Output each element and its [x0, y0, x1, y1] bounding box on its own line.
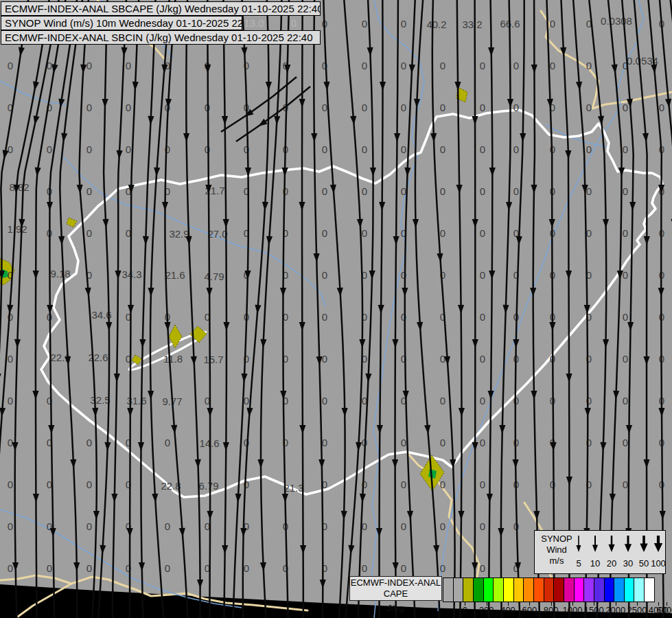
wind-legend-title: SYNOP: [539, 534, 575, 545]
wind-speed-value: 100: [651, 558, 666, 569]
wind-speed-value: 5: [576, 558, 581, 569]
wind-speed-value: 30: [623, 558, 633, 569]
wind-legend-unit: m/s: [539, 556, 575, 566]
wind-speed-value: 10: [590, 558, 600, 569]
title-synop-wind: SYNOP Wind (m/s) 10m Wednesday 01-10-202…: [1, 16, 242, 30]
wind-legend-label: SYNOP Wind m/s: [539, 534, 575, 566]
wind-speed-value: 50: [639, 558, 649, 569]
title-sbcape: ECMWF-INDEX-ANAL SBCAPE (J/kg) Wednesday…: [1, 1, 321, 16]
wind-speed-value: 20: [607, 558, 616, 569]
faint-reading: 13.0: [244, 17, 264, 29]
wind-speed-legend: SYNOP Wind m/s 510203050100: [534, 530, 666, 574]
weather-map-viewer: 0000000000000000000000000000000000000000…: [0, 0, 672, 618]
wind-arrow-icons: [573, 532, 665, 557]
faint-reading: 0: [291, 17, 297, 29]
title-sbcin: ECMWF-INDEX-ANAL SBCIN (J/kg) Wednesday …: [1, 30, 321, 45]
wind-streamlines-layer: [0, 0, 672, 618]
wind-legend-subtitle: Wind: [539, 545, 575, 556]
map-title-block: ECMWF-INDEX-ANAL SBCAPE (J/kg) Wednesday…: [1, 1, 321, 45]
